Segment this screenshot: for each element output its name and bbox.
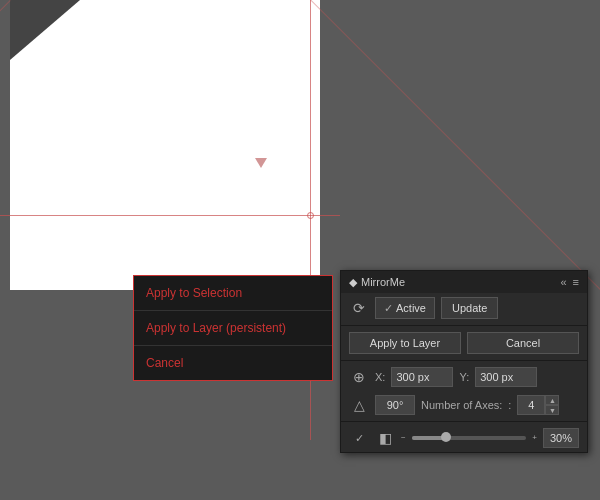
- plus-button-wrap: +: [532, 434, 537, 442]
- panel-row-angle: △ Number of Axes: : ▲ ▼: [341, 391, 587, 419]
- panel-row-active: ⟳ ✓ Active Update: [341, 293, 587, 323]
- canvas-arrow-indicator: [255, 158, 267, 168]
- update-button[interactable]: Update: [441, 297, 498, 319]
- panel-collapse-button[interactable]: «: [560, 276, 566, 288]
- opacity-decrease-button[interactable]: −: [401, 434, 406, 442]
- active-button[interactable]: ✓ Active: [375, 297, 435, 319]
- position-icon: ⊕: [349, 369, 369, 385]
- opacity-check-icon: ✓: [349, 432, 369, 445]
- axes-increment-button[interactable]: ▲: [545, 395, 559, 405]
- divider-3: [341, 421, 587, 422]
- x-label: X:: [375, 371, 385, 383]
- axes-spinner-buttons: ▲ ▼: [545, 395, 559, 415]
- opacity-increase-button[interactable]: +: [532, 434, 537, 442]
- panel-titlebar: ◆ MirrorMe « ≡: [341, 271, 587, 293]
- center-dot: [307, 212, 314, 219]
- axes-decrement-button[interactable]: ▼: [545, 405, 559, 415]
- menu-item-cancel[interactable]: Cancel: [134, 346, 332, 380]
- panel-title: ◆ MirrorMe: [349, 276, 405, 289]
- guide-diagonal-2: [310, 0, 600, 304]
- axes-spinner: ▲ ▼: [517, 395, 559, 415]
- panel-controls: « ≡: [560, 276, 579, 288]
- mirror-icon: ◆: [349, 276, 357, 289]
- guide-horizontal: [0, 215, 340, 216]
- angle-input[interactable]: [375, 395, 415, 415]
- opacity-slider-track[interactable]: [412, 436, 527, 440]
- panel-title-text: MirrorMe: [361, 276, 405, 288]
- axes-label: Number of Axes:: [421, 399, 502, 411]
- apply-layer-button[interactable]: Apply to Layer: [349, 332, 461, 354]
- panel-row-coordinates: ⊕ X: Y:: [341, 363, 587, 391]
- menu-item-apply-layer-persistent[interactable]: Apply to Layer (persistent): [134, 311, 332, 346]
- divider-2: [341, 360, 587, 361]
- context-menu: Apply to Selection Apply to Layer (persi…: [133, 275, 333, 381]
- transform-icon: ⟳: [349, 300, 369, 316]
- angle-icon: △: [349, 397, 369, 413]
- mirror-panel: ◆ MirrorMe « ≡ ⟳ ✓ Active Update Apply t…: [340, 270, 588, 453]
- opacity-slider-thumb[interactable]: [441, 432, 451, 442]
- dark-triangle-corner: [10, 0, 80, 60]
- check-icon: ✓: [384, 302, 393, 315]
- menu-item-apply-selection[interactable]: Apply to Selection: [134, 276, 332, 311]
- minus-button-wrap: −: [401, 434, 406, 442]
- axes-input[interactable]: [517, 395, 545, 415]
- opacity-input[interactable]: [543, 428, 579, 448]
- y-label: Y:: [459, 371, 469, 383]
- opacity-icon: ◧: [375, 430, 395, 446]
- axes-colon: :: [508, 399, 511, 411]
- active-label: Active: [396, 302, 426, 314]
- x-input[interactable]: [391, 367, 453, 387]
- canvas-white: [10, 0, 320, 290]
- divider-1: [341, 325, 587, 326]
- cancel-button[interactable]: Cancel: [467, 332, 579, 354]
- panel-menu-button[interactable]: ≡: [573, 276, 579, 288]
- panel-row-apply: Apply to Layer Cancel: [341, 328, 587, 358]
- panel-row-opacity: ✓ ◧ − +: [341, 424, 587, 452]
- y-input[interactable]: [475, 367, 537, 387]
